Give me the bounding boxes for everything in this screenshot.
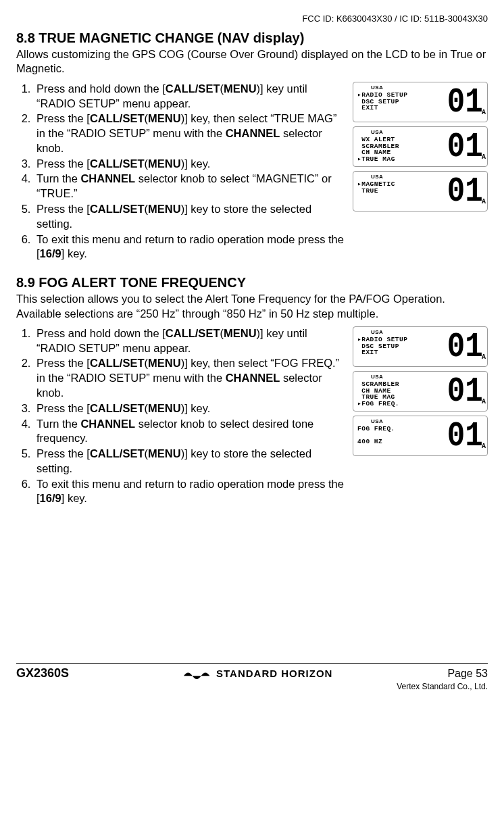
lcd-screen: USA FOG FREQ. 400 HZ 01A [353,416,488,456]
list-item: Press the [CALL/SET(MENU)] key, then sel… [34,356,347,400]
list-item: To exit this menu and return to radio op… [34,232,347,262]
lcd-menu-lines: ▸MAGNETIC TRUE [357,181,395,194]
list-item: Turn the CHANNEL selector knob to select… [34,172,347,201]
lcd-channel: 01A [444,85,486,120]
list-item: Press the [CALL/SET(MENU)] key. [34,401,347,416]
lcd-channel: 01A [444,374,486,409]
brand-logo: STANDARD HORIZON [184,668,332,680]
lcd-screen: USA WX ALERT SCRAMBLER CH NAME ▸TRUE MAG… [353,126,488,167]
list-item: Press the [CALL/SET(MENU)] key to store … [34,447,347,476]
lcd-screen: USA ▸RADIO SETUP DSC SETUP EXIT 01A [353,82,488,122]
list-item: Turn the CHANNEL selector knob to select… [34,417,347,447]
list-item: To exit this menu and return to radio op… [34,477,347,507]
brand-wave-icon [184,668,211,680]
brand-text: STANDARD HORIZON [216,668,332,679]
lcd-screen: USA SCRAMBLER CH NAME TRUE MAG ▸FOG FREQ… [353,371,488,412]
section-8-8-intro: Allows customizing the GPS COG (Course O… [16,47,488,76]
lcd-channel: 01A [444,174,486,209]
list-item: Press the [CALL/SET(MENU)] key, then sel… [34,111,347,155]
lcd-channel: 01A [444,419,486,454]
list-item: Press the [CALL/SET(MENU)] key to store … [34,202,347,232]
page-number: Page 53 [447,668,488,680]
section-8-8-steps: Press and hold down the [CALL/SET(MENU)]… [16,82,347,262]
list-item: Press and hold down the [CALL/SET(MENU)]… [34,326,347,356]
lcd-column-8-9: USA ▸RADIO SETUP DSC SETUP EXIT 01A USA … [353,326,488,460]
company-line: Vertex Standard Co., Ltd. [16,682,488,691]
lcd-column-8-8: USA ▸RADIO SETUP DSC SETUP EXIT 01A USA … [353,82,488,216]
lcd-screen: USA ▸RADIO SETUP DSC SETUP EXIT 01A [353,326,488,367]
section-8-9-intro: This selection allows you to select the … [16,292,488,321]
lcd-menu-lines: ▸RADIO SETUP DSC SETUP EXIT [357,92,407,111]
list-item: Press and hold down the [CALL/SET(MENU)]… [34,82,347,111]
page-footer: GX2360S STANDARD HORIZON Page 53 [16,663,488,680]
lcd-screen: USA ▸MAGNETIC TRUE 01A [353,171,488,212]
lcd-menu-lines: WX ALERT SCRAMBLER CH NAME ▸TRUE MAG [357,136,399,163]
lcd-channel: 01A [444,330,486,365]
section-8-9-steps: Press and hold down the [CALL/SET(MENU)]… [16,326,347,506]
fcc-id-line: FCC ID: K6630043X30 / IC ID: 511B-30043X… [16,14,488,24]
lcd-menu-lines: FOG FREQ. 400 HZ [357,426,395,445]
lcd-menu-lines: SCRAMBLER CH NAME TRUE MAG ▸FOG FREQ. [357,381,399,407]
section-8-9-title: 8.9 FOG ALERT TONE FREQUENCY [16,275,488,291]
lcd-menu-lines: ▸RADIO SETUP DSC SETUP EXIT [357,337,407,356]
list-item: Press the [CALL/SET(MENU)] key. [34,157,347,172]
lcd-channel: 01A [444,130,486,165]
section-8-8-title: 8.8 TRUE MAGNETIC CHANGE (NAV display) [16,30,488,46]
model-number: GX2360S [16,666,69,680]
